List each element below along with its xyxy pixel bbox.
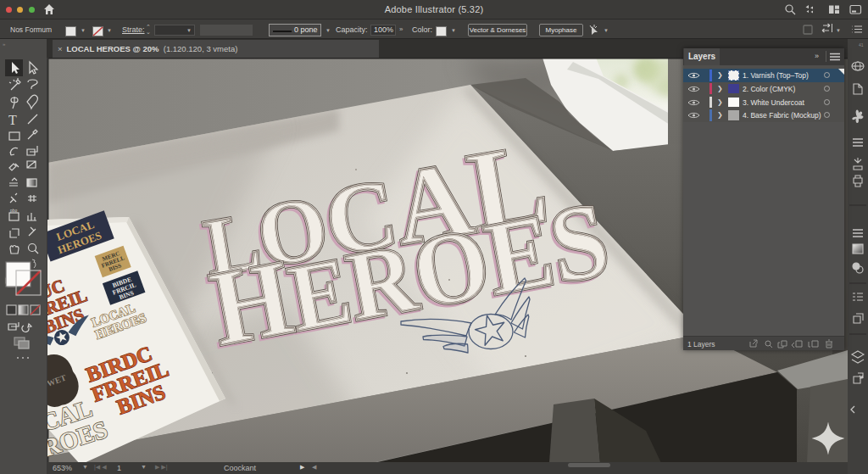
svg-text:41: 41 <box>859 42 864 47</box>
svg-text:pbo: pbo <box>10 208 18 213</box>
svg-text:T: T <box>8 113 17 127</box>
svg-text:»: » <box>3 42 6 47</box>
